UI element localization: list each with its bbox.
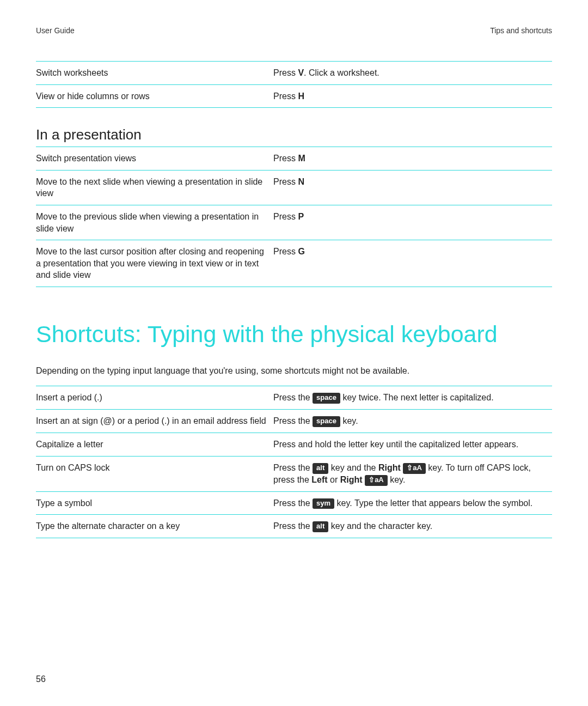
shortcut-description: Move to the next slide when viewing a pr…	[36, 170, 273, 205]
section-title: Shortcuts: Typing with the physical keyb…	[36, 321, 552, 348]
shortcut-instruction: Press V. Click a worksheet.	[273, 62, 552, 85]
bold-key: N	[298, 177, 304, 186]
shortcut-description: Type a symbol	[36, 491, 273, 515]
table-row: View or hide columns or rowsPress H	[36, 84, 552, 108]
shortcut-description: Turn on CAPS lock	[36, 456, 273, 491]
table-row: Switch worksheetsPress V. Click a worksh…	[36, 62, 552, 85]
shortcut-instruction: Press the sym key. Type the letter that …	[273, 491, 552, 515]
shortcut-instruction: Press the space key.	[273, 410, 552, 433]
spreadsheet-shortcut-table: Switch worksheetsPress V. Click a worksh…	[36, 61, 552, 108]
shortcut-description: Insert a period (.)	[36, 386, 273, 410]
table-row: Switch presentation viewsPress M	[36, 147, 552, 171]
table-row: Move to the last cursor position after c…	[36, 240, 552, 287]
table-row: Type a symbolPress the sym key. Type the…	[36, 491, 552, 515]
running-header: User Guide Tips and shortcuts	[36, 26, 552, 35]
shortcut-instruction: Press M	[273, 147, 552, 171]
alt-keycap-icon: alt	[313, 463, 328, 474]
shortcut-instruction: Press the alt key and the Right ⇧aA key.…	[273, 456, 552, 491]
bold-key: Right	[340, 475, 363, 484]
shortcut-description: Move to the previous slide when viewing …	[36, 205, 273, 240]
shortcut-instruction: Press G	[273, 240, 552, 287]
shortcut-description: Move to the last cursor position after c…	[36, 240, 273, 287]
shortcut-instruction: Press P	[273, 205, 552, 240]
bold-key: G	[298, 247, 304, 256]
shift-keycap-icon: ⇧aA	[403, 463, 426, 474]
bold-key: M	[298, 154, 305, 163]
shift-keycap-icon: ⇧aA	[365, 475, 388, 486]
shortcut-description: View or hide columns or rows	[36, 84, 273, 108]
table-row: Turn on CAPS lockPress the alt key and t…	[36, 456, 552, 491]
bold-key: P	[298, 212, 304, 221]
table-row: Move to the previous slide when viewing …	[36, 205, 552, 240]
shortcut-instruction: Press H	[273, 84, 552, 108]
shortcut-instruction: Press the space key twice. The next lett…	[273, 386, 552, 410]
bold-key: V	[298, 68, 304, 77]
table-row: Type the alternate character on a keyPre…	[36, 515, 552, 538]
header-right: Tips and shortcuts	[490, 26, 552, 35]
space-keycap-icon: space	[313, 416, 340, 427]
bold-key: Left	[311, 475, 327, 484]
table-row: Insert a period (.)Press the space key t…	[36, 386, 552, 410]
table-row: Move to the next slide when viewing a pr…	[36, 170, 552, 205]
header-left: User Guide	[36, 26, 75, 35]
shortcut-description: Switch worksheets	[36, 62, 273, 85]
document-page: User Guide Tips and shortcuts Switch wor…	[0, 0, 588, 706]
alt-keycap-icon: alt	[313, 521, 328, 532]
bold-key: H	[298, 92, 304, 101]
typing-shortcut-table: Insert a period (.)Press the space key t…	[36, 386, 552, 538]
shortcut-instruction: Press and hold the letter key until the …	[273, 433, 552, 457]
table-row: Insert an at sign (@) or a period (.) in…	[36, 410, 552, 433]
presentation-shortcut-table: Switch presentation viewsPress MMove to …	[36, 147, 552, 287]
shortcut-description: Capitalize a letter	[36, 433, 273, 457]
space-keycap-icon: space	[313, 393, 340, 404]
page-number: 56	[36, 674, 46, 684]
sym-keycap-icon: sym	[313, 498, 334, 509]
shortcut-description: Switch presentation views	[36, 147, 273, 171]
shortcut-description: Insert an at sign (@) or a period (.) in…	[36, 410, 273, 433]
shortcut-instruction: Press N	[273, 170, 552, 205]
table-row: Capitalize a letterPress and hold the le…	[36, 433, 552, 457]
shortcut-description: Type the alternate character on a key	[36, 515, 273, 538]
section-intro: Depending on the typing input language t…	[36, 366, 552, 376]
bold-key: Right	[378, 463, 401, 472]
presentation-subheading: In a presentation	[36, 126, 552, 143]
shortcut-instruction: Press the alt key and the character key.	[273, 515, 552, 538]
